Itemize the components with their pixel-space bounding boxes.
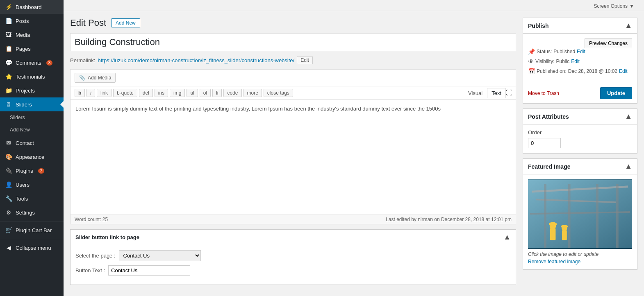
sidebar-item-projects[interactable]: 📁 Projects <box>0 84 64 97</box>
select-page-dropdown[interactable]: Contact Us Home About Us Services <box>119 250 201 261</box>
sidebar-item-add-new[interactable]: Add New <box>0 124 64 136</box>
featured-image[interactable] <box>528 179 632 249</box>
sidebar-item-testimonials[interactable]: ⭐ Testimonials <box>0 70 64 84</box>
ol-button[interactable]: ol <box>200 89 211 97</box>
sidebar-item-plugins[interactable]: 🔌 Plugins 2 <box>0 164 64 178</box>
svg-rect-5 <box>544 184 546 248</box>
featured-image-hint: Click the image to edit or update <box>528 251 632 257</box>
bquote-button[interactable]: b-quote <box>113 89 137 97</box>
sidebar: ⚡ Dashboard 📄 Posts 🖼 Media 📋 Pages 💬 Co… <box>0 0 64 296</box>
visual-tab[interactable]: Visual <box>464 88 487 98</box>
preview-changes-button[interactable]: Preview Changes <box>585 38 632 48</box>
sidebar-item-settings[interactable]: ⚙ Settings <box>0 206 64 219</box>
italic-button[interactable]: i <box>86 89 95 97</box>
order-input[interactable] <box>528 138 561 148</box>
visibility-icon: 👁 <box>528 58 534 65</box>
contact-icon: ✉ <box>5 139 12 147</box>
sidebar-item-users[interactable]: 👤 Users <box>0 178 64 192</box>
order-label-row: Order <box>528 129 632 136</box>
editor-footer: Word count: 25 Last edited by nirman on … <box>71 215 516 224</box>
published-edit-link[interactable]: Edit <box>619 68 628 74</box>
permalink-link[interactable]: https://luzuk.com/demo/nirman-constructi… <box>98 57 294 63</box>
topbar: Screen Options ▼ <box>64 0 644 11</box>
del-button[interactable]: del <box>139 89 153 97</box>
sidebar-item-media[interactable]: 🖼 Media <box>0 28 64 42</box>
published-value: Dec 28, 2018 @ 10:02 <box>568 68 617 74</box>
post-attributes-toggle[interactable]: ▲ <box>625 112 632 121</box>
sidebar-item-comments[interactable]: 💬 Comments 3 <box>0 56 64 70</box>
comments-icon: 💬 <box>5 59 12 66</box>
slider-button-meta-box-header[interactable]: Slider button link to page ▲ <box>71 230 516 245</box>
editor-section: Edit Post Add New Permalink: https://luz… <box>70 18 516 289</box>
link-button[interactable]: link <box>97 89 112 97</box>
publish-panel-content: Preview Changes 📌 Status: Published Edit… <box>523 34 637 83</box>
sidebar-item-contact[interactable]: ✉ Contact <box>0 136 64 150</box>
publish-panel-toggle[interactable]: ▲ <box>625 21 632 30</box>
move-to-trash-link[interactable]: Move to Trash <box>528 90 559 96</box>
update-button[interactable]: Update <box>600 87 632 99</box>
chevron-down-icon: ▼ <box>629 3 634 9</box>
sidebar-sub-label: Add New <box>10 127 30 133</box>
sidebar-item-sliders-main[interactable]: Sliders <box>0 111 64 124</box>
post-attributes-content: Order <box>523 124 637 153</box>
post-title-input[interactable] <box>70 33 516 51</box>
sidebar-item-label: Sliders <box>16 102 32 108</box>
status-edit-link[interactable]: Edit <box>577 49 585 54</box>
sidebar-item-label: Plugin Cart Bar <box>16 227 52 233</box>
img-button[interactable]: img <box>170 89 185 97</box>
editor-content-area[interactable]: Lorem Ipsum is simply dummy text of the … <box>71 100 516 215</box>
sliders-icon: 🖥 <box>5 101 12 108</box>
featured-image-toggle[interactable]: ▲ <box>625 162 632 171</box>
page-header: Edit Post Add New <box>70 18 516 28</box>
permalink-row: Permalink: https://luzuk.com/demo/nirman… <box>70 56 516 64</box>
button-text-row: Button Text : <box>75 265 511 276</box>
svg-rect-9 <box>550 228 556 240</box>
svg-rect-8 <box>616 184 619 248</box>
status-row: 📌 Status: Published Edit <box>528 48 632 55</box>
ins-button[interactable]: ins <box>155 89 168 97</box>
sidebar-item-dashboard[interactable]: ⚡ Dashboard <box>0 0 64 14</box>
svg-rect-6 <box>568 184 571 248</box>
sidebar-item-posts[interactable]: 📄 Posts <box>0 14 64 28</box>
remove-featured-image-link[interactable]: Remove featured image <box>528 259 632 264</box>
sidebar-item-pages[interactable]: 📋 Pages <box>0 42 64 56</box>
sidebar-item-collapse[interactable]: ◀ Collapse menu <box>0 241 64 255</box>
screen-options-label: Screen Options <box>594 3 628 9</box>
plugins-icon: 🔌 <box>5 167 12 174</box>
last-edited: Last edited by nirman on December 28, 20… <box>386 217 512 222</box>
sidebar-item-sliders[interactable]: 🖥 Sliders <box>0 97 64 111</box>
sidebar-item-label: Testimonials <box>16 74 45 80</box>
button-text-input[interactable] <box>108 265 190 276</box>
sidebar-item-label: Posts <box>16 18 29 24</box>
expand-editor-button[interactable]: ⛶ <box>506 89 512 97</box>
publish-panel-title: Publish <box>528 23 549 29</box>
visibility-edit-link[interactable]: Edit <box>571 59 580 64</box>
close-tags-button[interactable]: close tags <box>264 89 293 97</box>
screen-options-button[interactable]: Screen Options ▼ <box>590 2 637 11</box>
sidebar-item-plugin-cart-bar[interactable]: 🛒 Plugin Cart Bar <box>0 223 64 237</box>
add-media-label: Add Media <box>88 75 111 81</box>
permalink-label: Permalink: <box>70 57 95 63</box>
slider-button-meta-box-title: Slider button link to page <box>75 234 139 240</box>
publish-panel-actions: Move to Trash Update <box>523 83 637 103</box>
add-media-button[interactable]: 📎 Add Media <box>75 73 116 83</box>
slider-button-meta-box-toggle[interactable]: ▲ <box>503 233 511 242</box>
sidebar-item-tools[interactable]: 🔧 Tools <box>0 192 64 206</box>
li-button[interactable]: li <box>212 89 222 97</box>
permalink-edit-button[interactable]: Edit <box>297 56 313 64</box>
bold-button[interactable]: b <box>75 89 85 97</box>
sidebar-item-label: Tools <box>16 196 28 202</box>
testimonials-icon: ⭐ <box>5 73 12 80</box>
ul-button[interactable]: ul <box>187 89 198 97</box>
post-attributes-title: Post Attributes <box>528 113 569 120</box>
add-new-button[interactable]: Add New <box>111 18 140 27</box>
publish-panel-header: Publish ▲ <box>523 18 637 34</box>
code-button[interactable]: code <box>223 89 241 97</box>
calendar-icon: 📅 <box>528 68 535 75</box>
sidebar-item-appearance[interactable]: 🎨 Appearance <box>0 150 64 164</box>
more-button[interactable]: more <box>243 89 262 97</box>
add-media-icon: 📎 <box>79 75 85 81</box>
media-icon: 🖼 <box>5 31 12 38</box>
sidebar-item-label: Plugins <box>16 168 33 174</box>
text-tab[interactable]: Text <box>487 88 506 98</box>
